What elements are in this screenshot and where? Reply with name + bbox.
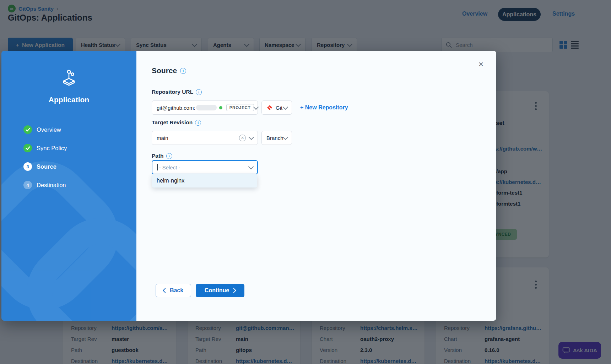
connection-status-dot — [219, 106, 222, 109]
step-sync-policy[interactable]: Sync Policy — [23, 144, 67, 152]
chevron-left-icon — [163, 288, 168, 293]
path-label: Path i — [152, 153, 172, 159]
chevron-down-icon — [248, 164, 254, 169]
wizard-sidebar: Application Overview Sync Policy 3 Sourc… — [1, 51, 136, 321]
target-revision-input[interactable]: main ✕ — [152, 131, 258, 145]
path-options-dropdown: helm-nginx — [152, 174, 257, 188]
redacted-repo-name — [196, 105, 217, 110]
continue-button[interactable]: Continue — [196, 284, 244, 297]
close-icon[interactable]: × — [478, 60, 483, 69]
new-application-wizard-modal: Application Overview Sync Policy 3 Sourc… — [1, 51, 496, 321]
path-select-input[interactable]: - Select - — [152, 160, 258, 174]
repository-url-select[interactable]: git@github.com: PROJECT — [152, 100, 258, 115]
info-icon[interactable]: i — [166, 153, 172, 159]
info-icon[interactable]: i — [195, 120, 201, 126]
gitops-watermark-logo — [1, 140, 136, 321]
git-icon — [266, 104, 273, 111]
chevron-down-icon — [283, 134, 288, 140]
wizard-title: Application — [1, 96, 136, 104]
check-icon — [23, 144, 32, 152]
source-step-panel: × Source i Repository URL i git@github.c… — [136, 51, 496, 321]
target-revision-label: Target Revision i — [152, 119, 201, 126]
revision-type-select[interactable]: Branch — [261, 131, 292, 145]
chevron-down-icon — [253, 104, 259, 110]
step-source-active[interactable]: 3 Source — [23, 162, 67, 171]
check-icon — [23, 125, 32, 134]
step-number-badge: 4 — [23, 181, 32, 189]
path-option-helm-nginx[interactable]: helm-nginx — [157, 178, 184, 184]
step-destination[interactable]: 4 Destination — [23, 181, 67, 189]
step-overview[interactable]: Overview — [23, 125, 67, 134]
wizard-steps: Overview Sync Policy 3 Source 4 Destinat… — [23, 125, 67, 189]
back-button[interactable]: Back — [156, 284, 191, 297]
step-number-badge: 3 — [23, 162, 32, 171]
chevron-down-icon — [249, 134, 254, 140]
repository-type-select[interactable]: Git — [261, 100, 292, 115]
text-cursor — [157, 164, 158, 170]
info-icon[interactable]: i — [180, 68, 186, 74]
project-tag: PROJECT — [226, 104, 254, 111]
chevron-right-icon — [231, 288, 236, 293]
form-heading: Source i — [152, 66, 186, 75]
chevron-down-icon — [283, 104, 288, 110]
info-icon[interactable]: i — [196, 89, 202, 95]
application-icon — [1, 69, 136, 87]
new-repository-link[interactable]: + New Repository — [300, 104, 348, 111]
clear-icon[interactable]: ✕ — [239, 135, 246, 141]
repository-url-label: Repository URL i — [152, 89, 202, 95]
